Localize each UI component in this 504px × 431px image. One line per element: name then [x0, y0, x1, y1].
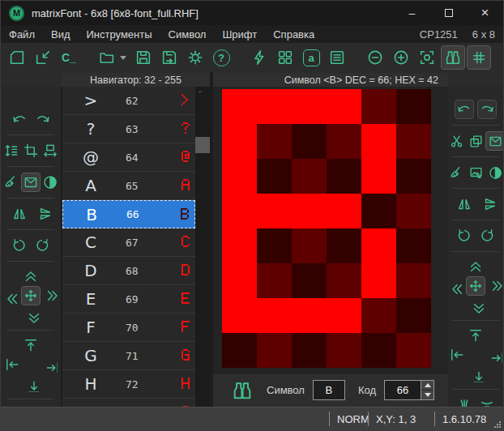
shift-down-button[interactable] — [21, 305, 41, 325]
pixel-cell[interactable] — [257, 194, 292, 228]
pixel-cell[interactable] — [257, 263, 292, 298]
pixel-cell[interactable] — [396, 89, 431, 124]
shift-down-button[interactable] — [466, 296, 485, 315]
pixel-cell[interactable] — [257, 333, 292, 368]
pixel-cell[interactable] — [361, 89, 396, 124]
snap-right-button[interactable] — [485, 345, 503, 365]
clear-all-button[interactable] — [2, 173, 21, 192]
open-recent-dropdown[interactable] — [117, 45, 130, 70]
pixel-cell[interactable] — [292, 159, 327, 194]
new-from-code-button[interactable]: C_ — [57, 45, 81, 70]
rotate-cw-button[interactable] — [477, 226, 497, 245]
snap-top-button[interactable] — [21, 335, 41, 355]
scrollbar-thumb[interactable] — [195, 137, 210, 153]
pixel-cell[interactable] — [361, 263, 396, 298]
menu-help[interactable]: Справка — [265, 25, 322, 43]
redo-button[interactable] — [32, 109, 52, 129]
snap-bottom-button[interactable] — [21, 374, 41, 394]
list-item[interactable]: @64 — [62, 143, 195, 172]
show-grid-button[interactable] — [467, 45, 491, 70]
shift-up-button[interactable] — [466, 257, 485, 276]
menu-tools[interactable]: Инструменты — [79, 25, 160, 43]
list-item[interactable]: C67 — [62, 228, 195, 257]
snap-right-button[interactable] — [40, 355, 59, 374]
font-height-button[interactable] — [2, 141, 21, 160]
flip-vertical-button[interactable] — [477, 194, 497, 214]
title-bar[interactable]: M matrixFont - 6x8 [6x8-font_full.RHF] –… — [1, 1, 503, 25]
snap-top-button[interactable] — [466, 326, 485, 345]
pixel-cell[interactable] — [327, 194, 361, 228]
list-item[interactable]: D68 — [62, 257, 195, 285]
flip-horizontal-button[interactable] — [455, 194, 474, 214]
list-item[interactable]: F70 — [62, 314, 195, 342]
pixel-cell[interactable] — [292, 124, 327, 159]
pixel-cell[interactable] — [327, 124, 361, 159]
list-item[interactable]: A65 — [62, 172, 195, 200]
pixel-cell[interactable] — [292, 333, 327, 368]
list-item[interactable]: B66 — [62, 200, 195, 228]
move-mode-button[interactable] — [466, 276, 485, 296]
pixel-cell[interactable] — [222, 194, 257, 228]
resize-grip[interactable] — [493, 420, 502, 429]
pixel-cell[interactable] — [257, 298, 292, 333]
pixel-cell[interactable] — [327, 333, 361, 368]
snap-left-button[interactable] — [2, 355, 22, 374]
autofix-button[interactable] — [247, 45, 271, 70]
shift-up-button[interactable] — [21, 267, 41, 286]
undo-button[interactable] — [455, 100, 474, 119]
scroll-down-button[interactable] — [195, 392, 210, 407]
rotate-ccw-button[interactable] — [455, 226, 474, 245]
paste-button[interactable] — [485, 131, 503, 151]
invert-glyph-button[interactable] — [485, 163, 503, 182]
code-decrement-button[interactable] — [421, 390, 434, 399]
save-as-button[interactable] — [157, 45, 182, 70]
pixel-cell[interactable] — [292, 263, 327, 298]
menu-file[interactable]: Файл — [1, 25, 43, 43]
new-font-button[interactable] — [5, 45, 29, 70]
symbol-input[interactable]: B — [313, 380, 345, 400]
rotate-cw-button[interactable] — [32, 236, 52, 255]
list-item[interactable]: H72 — [62, 370, 195, 399]
menu-view[interactable]: Вид — [43, 25, 79, 43]
code-increment-button[interactable] — [421, 381, 434, 390]
font-width-button[interactable] — [41, 141, 60, 160]
pixel-cell[interactable] — [257, 124, 292, 159]
pixel-cell[interactable] — [396, 124, 431, 159]
settings-button[interactable] — [183, 45, 207, 70]
text-preview-button[interactable] — [325, 45, 349, 70]
list-item[interactable]: G71 — [62, 342, 195, 370]
pixel-cell[interactable] — [361, 228, 396, 263]
maximize-button[interactable] — [430, 1, 467, 25]
navigator-scrollbar[interactable] — [195, 87, 210, 407]
minimize-button[interactable]: – — [394, 1, 430, 25]
import-image-button[interactable] — [466, 163, 485, 182]
code-stepper[interactable]: 66 — [384, 380, 434, 400]
scroll-up-button[interactable] — [195, 87, 210, 101]
pixel-cell[interactable] — [222, 124, 257, 159]
code-value[interactable]: 66 — [385, 381, 421, 399]
pixel-cell[interactable] — [361, 333, 396, 368]
import-font-button[interactable] — [31, 45, 55, 70]
pixel-cell[interactable] — [292, 194, 327, 228]
list-item[interactable]: ?63 — [62, 115, 195, 143]
pixel-cell[interactable] — [396, 333, 431, 368]
zoom-out-button[interactable] — [363, 45, 387, 70]
snap-bottom-button[interactable] — [466, 365, 485, 384]
squeeze-horizontal-button[interactable] — [455, 395, 474, 407]
crop-button[interactable] — [21, 141, 41, 160]
pixel-cell[interactable] — [257, 89, 292, 124]
pixel-cell[interactable] — [292, 228, 327, 263]
pixel-cell[interactable] — [222, 298, 257, 333]
shift-left-button[interactable] — [2, 286, 22, 305]
pixel-cell[interactable] — [396, 228, 431, 263]
pixel-cell[interactable] — [257, 159, 292, 194]
pixel-cell[interactable] — [222, 228, 257, 263]
save-button[interactable] — [131, 45, 156, 70]
snap-left-button[interactable] — [448, 345, 467, 365]
pixel-cell[interactable] — [361, 124, 396, 159]
flip-vertical-button[interactable] — [32, 204, 52, 224]
rotate-ccw-button[interactable] — [10, 236, 29, 255]
invert-all-button[interactable] — [41, 173, 60, 192]
help-button[interactable]: ? — [209, 45, 233, 70]
zoom-in-button[interactable] — [389, 45, 413, 70]
